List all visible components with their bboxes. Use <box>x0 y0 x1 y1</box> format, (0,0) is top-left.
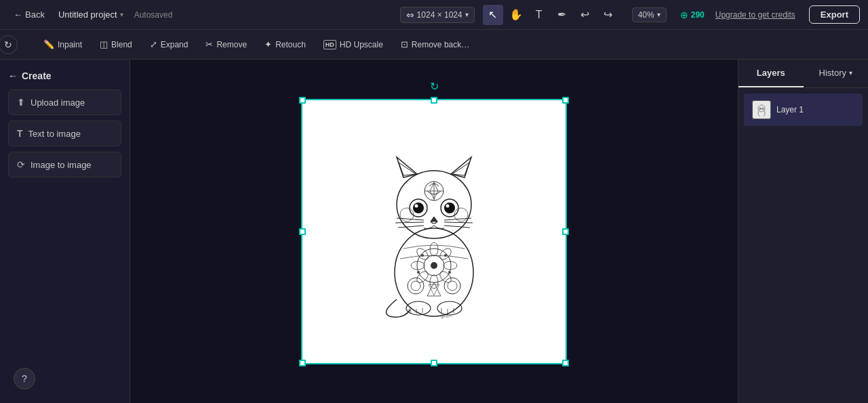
remove-icon: ✂ <box>205 39 213 49</box>
help-icon: ? <box>22 373 27 384</box>
svg-point-22 <box>400 208 414 221</box>
canvas-size-label: 1024 × 1024 <box>417 10 462 20</box>
svg-marker-15 <box>431 217 437 221</box>
tab-history[interactable]: History ▾ <box>804 60 869 87</box>
retouch-icon: ✦ <box>264 39 272 49</box>
handle-bottom-right[interactable] <box>562 360 569 366</box>
sidebar-item-image-to-image[interactable]: ⟳ Image to image <box>8 152 121 177</box>
svg-point-27 <box>431 262 437 269</box>
project-title-button[interactable]: Untitled project ▾ <box>58 9 123 20</box>
text-tool-button[interactable]: T <box>529 5 549 25</box>
svg-point-37 <box>411 281 420 291</box>
remove-button[interactable]: ✂ Remove <box>199 36 254 53</box>
image-to-image-label: Image to image <box>31 160 92 170</box>
image-to-image-icon: ⟳ <box>17 159 25 170</box>
handle-bottom-left[interactable] <box>299 360 306 366</box>
upscale-button[interactable]: HD HD Upscale <box>317 37 390 53</box>
hd-badge: HD <box>323 40 336 49</box>
autosaved-status: Autosaved <box>134 10 173 20</box>
retouch-button[interactable]: ✦ Retouch <box>258 36 313 53</box>
svg-line-20 <box>444 222 473 223</box>
handle-top-mid[interactable] <box>431 97 437 104</box>
remove-label: Remove <box>216 40 247 49</box>
zoom-chevron: ▾ <box>657 11 660 18</box>
sidebar-section-create: ← Create <box>8 70 121 81</box>
svg-point-48 <box>421 254 424 257</box>
svg-point-24 <box>395 228 473 316</box>
cursor-icon: ↖ <box>488 8 497 21</box>
svg-marker-4 <box>452 163 469 175</box>
undo-icon: ↩ <box>580 8 589 21</box>
sidebar-item-text-to-image[interactable]: T Text to image <box>8 121 121 146</box>
back-arrow-icon: ← <box>14 9 22 20</box>
redo-button[interactable]: ↪ <box>598 5 618 25</box>
pen-tool-button[interactable]: ✒ <box>552 5 572 25</box>
help-button[interactable]: ? <box>14 368 35 389</box>
expand-label: Expand <box>161 40 189 49</box>
handle-top-right[interactable] <box>562 97 569 104</box>
svg-point-36 <box>408 278 424 294</box>
project-title: Untitled project <box>58 9 117 20</box>
right-panel: Layers History ▾ Layer 1 <box>738 60 868 403</box>
chevron-down-icon: ▾ <box>120 11 123 18</box>
rotate-handle[interactable]: ↻ <box>427 80 441 93</box>
handle-bottom-mid[interactable] <box>431 360 437 366</box>
svg-point-57 <box>760 108 762 110</box>
layer-item[interactable]: Layer 1 <box>744 93 863 126</box>
svg-point-10 <box>413 203 424 213</box>
svg-point-33 <box>415 269 431 284</box>
sidebar: ← Create ⬆ Upload image T Text to image … <box>0 60 130 403</box>
svg-point-39 <box>448 281 457 291</box>
svg-point-28 <box>430 242 438 256</box>
canvas-area[interactable]: ↻ <box>130 60 738 403</box>
canvas-size-button[interactable]: ⇔ 1024 × 1024 ▾ <box>400 7 475 23</box>
layer-thumbnail <box>752 100 771 119</box>
blend-button[interactable]: ◫ Blend <box>93 36 139 53</box>
handle-mid-right[interactable] <box>562 228 569 235</box>
remove-back-label: Remove back… <box>412 40 469 49</box>
credits-count: 290 <box>691 10 705 20</box>
remove-back-button[interactable]: ⊡ Remove back… <box>394 36 476 53</box>
history-chevron: ▾ <box>849 69 852 77</box>
svg-point-11 <box>415 204 418 207</box>
svg-point-30 <box>443 261 457 270</box>
upgrade-button[interactable]: Upgrade to get credits <box>715 10 795 20</box>
sidebar-item-upload[interactable]: ⬆ Upload image <box>8 89 121 115</box>
upload-image-label: Upload image <box>31 98 85 108</box>
zoom-button[interactable]: 40% ▾ <box>632 7 667 22</box>
back-label: Back <box>25 9 45 20</box>
canvas-frame[interactable]: lynn~ <box>301 99 567 364</box>
expand-button[interactable]: ⤢ Expand <box>143 36 195 53</box>
undo-button[interactable]: ↩ <box>575 5 595 25</box>
tab-layers[interactable]: Layers <box>738 60 804 87</box>
select-tool-button[interactable]: ↖ <box>483 5 503 25</box>
svg-point-32 <box>430 275 438 289</box>
zoom-level: 40% <box>638 10 654 20</box>
svg-text:lynn~: lynn~ <box>441 314 452 319</box>
inpaint-button[interactable]: ✏️ Inpaint <box>37 36 89 53</box>
canvas-image: lynn~ <box>339 137 529 326</box>
svg-line-21 <box>444 226 470 228</box>
right-panel-tabs: Layers History ▾ <box>738 60 868 88</box>
pen-icon: ✒ <box>557 8 566 21</box>
inpaint-label: Inpaint <box>58 40 82 49</box>
handle-mid-left[interactable] <box>299 228 306 235</box>
svg-point-14 <box>446 204 450 207</box>
refresh-button[interactable]: ↻ <box>0 35 18 54</box>
credits-display[interactable]: ⊕ 290 <box>680 9 705 20</box>
blend-label: Blend <box>111 40 132 49</box>
hand-tool-button[interactable]: ✋ <box>506 5 526 25</box>
cat-svg: lynn~ <box>342 140 526 323</box>
svg-line-17 <box>395 222 424 223</box>
rotate-icon: ↻ <box>430 80 439 93</box>
handle-top-left[interactable] <box>299 97 306 104</box>
hand-icon: ✋ <box>509 8 523 21</box>
inpaint-icon: ✏️ <box>43 39 54 49</box>
svg-point-38 <box>444 278 460 294</box>
blend-icon: ◫ <box>100 39 108 49</box>
refresh-icon: ↻ <box>4 39 12 50</box>
svg-point-56 <box>758 109 765 116</box>
sidebar-create-label: Create <box>22 70 52 81</box>
export-button[interactable]: Export <box>809 5 860 24</box>
back-button[interactable]: ← Back <box>8 7 50 22</box>
